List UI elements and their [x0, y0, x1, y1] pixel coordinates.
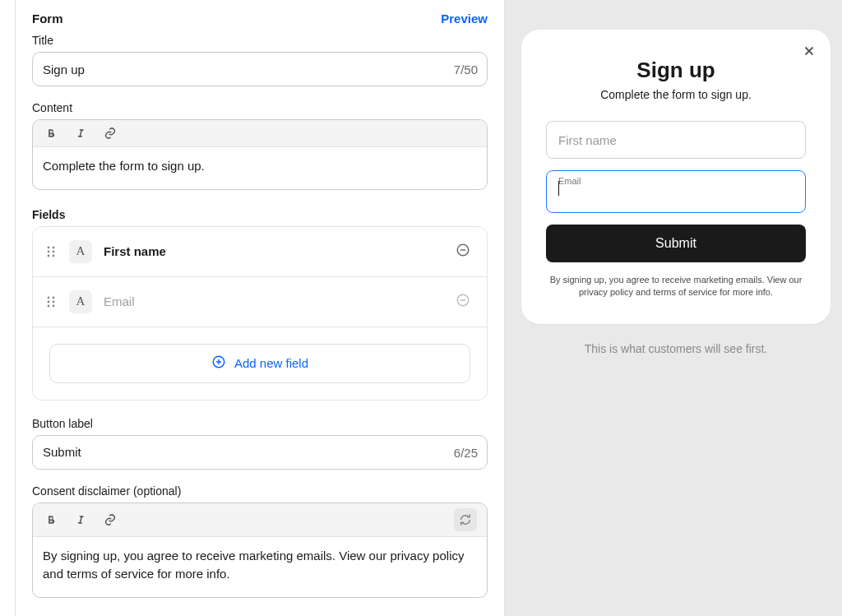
- preview-hint: This is what customers will see first.: [585, 342, 768, 355]
- content-label: Content: [32, 101, 488, 114]
- preview-disclaimer: By signing up, you agree to receive mark…: [546, 274, 806, 299]
- field-name-label: Email: [104, 294, 444, 308]
- title-input-wrap: 7/50: [32, 52, 488, 86]
- button-label-counter: 6/25: [454, 445, 478, 459]
- text-type-icon: A: [69, 240, 92, 263]
- italic-icon[interactable]: [72, 512, 89, 528]
- svg-point-13: [53, 304, 55, 307]
- field-row[interactable]: A First name: [33, 227, 487, 277]
- svg-point-1: [53, 246, 55, 248]
- remove-field-icon[interactable]: [456, 243, 474, 261]
- preview-submit-button[interactable]: Submit: [546, 225, 806, 262]
- bold-icon[interactable]: [43, 125, 59, 141]
- content-toolbar: [33, 120, 487, 147]
- bold-icon[interactable]: [43, 512, 59, 528]
- consent-label: Consent disclaimer (optional): [32, 484, 488, 498]
- italic-icon[interactable]: [72, 125, 89, 141]
- title-label: Title: [32, 34, 488, 47]
- drag-handle-icon[interactable]: [46, 295, 58, 308]
- section-title: Form: [32, 12, 63, 25]
- link-icon[interactable]: [102, 125, 118, 141]
- field-row[interactable]: A Email: [33, 277, 487, 327]
- field-name-label: First name: [104, 244, 444, 258]
- consent-body[interactable]: By signing up, you agree to receive mark…: [33, 537, 487, 597]
- content-editor: Complete the form to sign up.: [32, 119, 488, 190]
- add-field-wrap: Add new field: [33, 327, 487, 400]
- add-field-button[interactable]: Add new field: [49, 344, 470, 383]
- content-body[interactable]: Complete the form to sign up.: [33, 147, 487, 189]
- preview-card: Sign up Complete the form to sign up. Em…: [521, 30, 830, 324]
- drag-handle-icon[interactable]: [46, 245, 58, 258]
- fields-label: Fields: [32, 208, 488, 221]
- preview-link[interactable]: Preview: [441, 12, 488, 25]
- preview-first-name-input[interactable]: [546, 121, 806, 159]
- form-editor-scroll: Form Preview Title 7/50 Content Co: [16, 0, 504, 614]
- remove-field-icon[interactable]: [456, 293, 474, 311]
- preview-email-input[interactable]: Email: [546, 170, 806, 213]
- refresh-icon[interactable]: [454, 508, 477, 531]
- svg-point-2: [48, 250, 50, 252]
- add-field-label: Add new field: [234, 356, 308, 370]
- section-header: Form Preview: [32, 12, 488, 25]
- button-label-input[interactable]: [32, 435, 488, 470]
- preview-title: Sign up: [546, 58, 806, 83]
- preview-panel: Sign up Complete the form to sign up. Em…: [505, 0, 842, 616]
- plus-circle-icon: [211, 354, 226, 372]
- title-input[interactable]: [32, 52, 488, 86]
- svg-point-10: [48, 300, 50, 303]
- consent-editor: By signing up, you agree to receive mark…: [32, 503, 488, 598]
- link-icon[interactable]: [102, 512, 118, 528]
- preview-subtitle: Complete the form to sign up.: [546, 88, 806, 101]
- title-char-counter: 7/50: [454, 63, 478, 76]
- text-type-icon: A: [69, 290, 92, 313]
- button-label-wrap: 6/25: [32, 435, 488, 470]
- svg-point-0: [48, 246, 50, 248]
- svg-point-5: [53, 254, 55, 257]
- preview-email-floating-label: Email: [558, 176, 581, 186]
- svg-point-3: [53, 250, 55, 252]
- consent-toolbar: [33, 503, 487, 537]
- close-icon[interactable]: [799, 41, 819, 61]
- svg-point-11: [53, 300, 55, 303]
- button-label-label: Button label: [32, 417, 488, 430]
- svg-point-9: [53, 296, 55, 299]
- fields-card: A First name A Email: [32, 226, 488, 401]
- form-editor: Form Preview Title 7/50 Content Co: [15, 0, 505, 616]
- svg-point-4: [48, 254, 50, 257]
- svg-point-8: [48, 296, 50, 299]
- svg-point-12: [48, 304, 50, 307]
